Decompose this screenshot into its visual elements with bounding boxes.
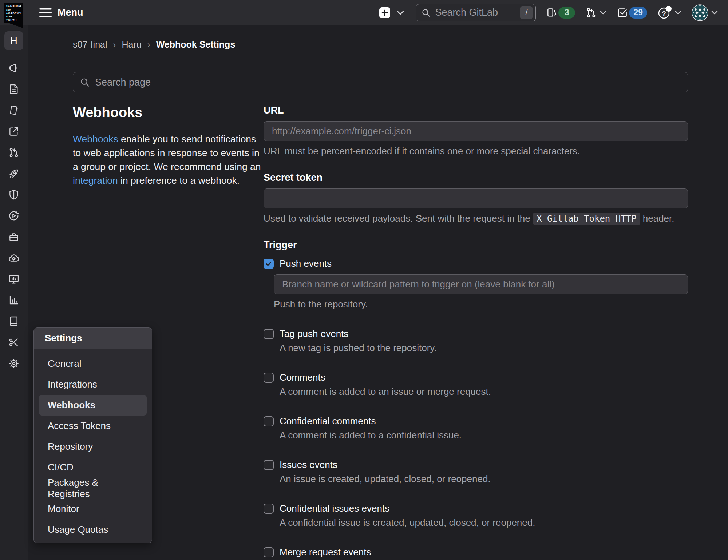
- project-initial: H: [10, 35, 17, 47]
- settings-item-usage-quotas[interactable]: Usage Quotas: [39, 519, 147, 540]
- sidebar-item-settings[interactable]: [4, 353, 24, 374]
- url-label: URL: [264, 105, 688, 116]
- search-icon: [80, 77, 90, 87]
- push-events-label[interactable]: Push events: [280, 258, 332, 269]
- confidential-comments-checkbox[interactable]: [264, 416, 274, 426]
- project-sidebar: H: [0, 25, 28, 560]
- hamburger-icon: [39, 8, 52, 17]
- issue-card-icon: [8, 104, 20, 116]
- check-icon: [265, 261, 272, 267]
- book-icon: [8, 315, 20, 327]
- merge-request-events-checkbox[interactable]: [264, 547, 274, 557]
- avatar: [692, 4, 708, 21]
- sidebar-item-project-information[interactable]: [4, 57, 24, 79]
- tag-push-events-group: Tag push events A new tag is pushed to t…: [264, 328, 688, 354]
- merge-requests-indicator[interactable]: [585, 7, 606, 19]
- confidential-issues-events-group: Confidential issues events A confidentia…: [264, 503, 688, 528]
- push-events-checkbox[interactable]: [264, 259, 274, 269]
- webhooks-description: Webhooks enable you to send notification…: [73, 132, 262, 187]
- page-search[interactable]: [73, 72, 688, 92]
- secret-token-input[interactable]: [264, 188, 688, 208]
- menu-button[interactable]: Menu: [39, 7, 83, 18]
- webhook-form: URL URL must be percent-encoded if it co…: [264, 105, 688, 560]
- confidential-issues-events-checkbox[interactable]: [264, 504, 274, 514]
- sidebar-item-external-tracker[interactable]: [4, 121, 24, 142]
- url-input[interactable]: [264, 121, 688, 141]
- breadcrumb-separator: ›: [113, 40, 116, 50]
- project-avatar[interactable]: H: [4, 31, 23, 50]
- help-menu[interactable]: ?: [657, 5, 681, 20]
- global-search[interactable]: /: [416, 4, 536, 21]
- gear-icon: [8, 358, 20, 369]
- breadcrumb-project[interactable]: Haru: [122, 39, 142, 50]
- confidential-comments-group: Confidential comments A comment is added…: [264, 416, 688, 441]
- settings-item-webhooks[interactable]: Webhooks: [39, 395, 147, 416]
- menu-label: Menu: [58, 7, 83, 18]
- sidebar-item-repository[interactable]: [4, 79, 24, 100]
- breadcrumb-separator: ›: [147, 40, 150, 50]
- chevron-down-icon[interactable]: [397, 11, 404, 15]
- page-search-input[interactable]: [95, 77, 681, 88]
- sidebar-item-snippets[interactable]: [4, 332, 24, 353]
- top-navigation-bar: SAMSUNG SW ACADEMY FOR YOUTH Menu: [0, 0, 728, 25]
- confidential-comments-hint: A comment is added to a confidential iss…: [280, 430, 688, 441]
- issues-events-label[interactable]: Issues events: [280, 459, 337, 470]
- settings-flyout-header: Settings: [34, 328, 152, 349]
- settings-item-repository[interactable]: Repository: [39, 436, 147, 457]
- tag-push-events-label[interactable]: Tag push events: [280, 328, 348, 339]
- confidential-issues-events-label[interactable]: Confidential issues events: [280, 503, 389, 514]
- settings-flyout-list: General Integrations Webhooks Access Tok…: [34, 349, 152, 543]
- document-icon: [8, 83, 20, 95]
- merge-request-icon: [585, 7, 597, 19]
- merge-request-events-label[interactable]: Merge request events: [280, 547, 371, 558]
- sidebar-item-merge-requests[interactable]: [4, 142, 24, 163]
- sidebar-item-wiki[interactable]: [4, 311, 24, 332]
- sidebar-item-analytics[interactable]: [4, 290, 24, 311]
- token-header-code: X-Gitlab-Token HTTP: [533, 213, 640, 225]
- comments-label[interactable]: Comments: [280, 372, 325, 383]
- sidebar-icon-nav: [0, 57, 28, 374]
- confidential-comments-label[interactable]: Confidential comments: [280, 416, 376, 427]
- tag-push-events-hint: A new tag is pushed to the repository.: [280, 342, 688, 354]
- sidebar-item-infrastructure[interactable]: [4, 247, 24, 269]
- breadcrumb-group[interactable]: s07-final: [73, 39, 107, 50]
- ssafy-logo[interactable]: SAMSUNG SW ACADEMY FOR YOUTH: [4, 3, 23, 23]
- breadcrumb-current: Webhook Settings: [156, 39, 236, 50]
- issues-indicator[interactable]: 3: [546, 7, 575, 19]
- sidebar-item-issues[interactable]: [4, 100, 24, 121]
- new-item-button[interactable]: [379, 7, 390, 18]
- comments-checkbox[interactable]: [264, 373, 274, 383]
- chevron-down-icon: [675, 11, 681, 15]
- sidebar-item-ci-cd[interactable]: [4, 163, 24, 184]
- cloud-gear-icon: [8, 252, 20, 264]
- global-search-input[interactable]: [435, 7, 516, 18]
- secret-token-label: Secret token: [264, 172, 688, 183]
- settings-item-general[interactable]: General: [39, 353, 147, 374]
- issues-events-checkbox[interactable]: [264, 460, 274, 470]
- page-title: Webhooks: [73, 105, 262, 120]
- todos-indicator[interactable]: 29: [617, 7, 647, 19]
- sidebar-item-monitor[interactable]: [4, 269, 24, 290]
- integration-link[interactable]: integration: [73, 175, 118, 186]
- todos-count-badge: 29: [629, 7, 647, 19]
- slash-shortcut-key: /: [520, 6, 533, 19]
- settings-item-monitor[interactable]: Monitor: [39, 499, 147, 519]
- settings-item-ci-cd[interactable]: CI/CD: [39, 457, 147, 478]
- sidebar-item-security[interactable]: [4, 184, 24, 205]
- sidebar-item-deployments[interactable]: [4, 205, 24, 226]
- merge-request-icon: [8, 147, 20, 158]
- tag-push-events-checkbox[interactable]: [264, 329, 274, 339]
- user-menu[interactable]: [692, 4, 718, 21]
- todo-check-icon: [617, 7, 628, 19]
- branch-filter-input[interactable]: [274, 274, 688, 294]
- webhooks-doc-link[interactable]: Webhooks: [73, 134, 118, 144]
- notification-dot: [666, 6, 672, 12]
- settings-item-packages-registries[interactable]: Packages & Registries: [39, 478, 147, 499]
- chevron-down-icon: [600, 11, 606, 15]
- push-events-row: Push events: [264, 258, 688, 269]
- svg-text:?: ?: [662, 9, 666, 17]
- settings-item-access-tokens[interactable]: Access Tokens: [39, 416, 147, 436]
- settings-item-integrations[interactable]: Integrations: [39, 374, 147, 395]
- monitor-icon: [8, 273, 20, 285]
- sidebar-item-packages[interactable]: [4, 226, 24, 247]
